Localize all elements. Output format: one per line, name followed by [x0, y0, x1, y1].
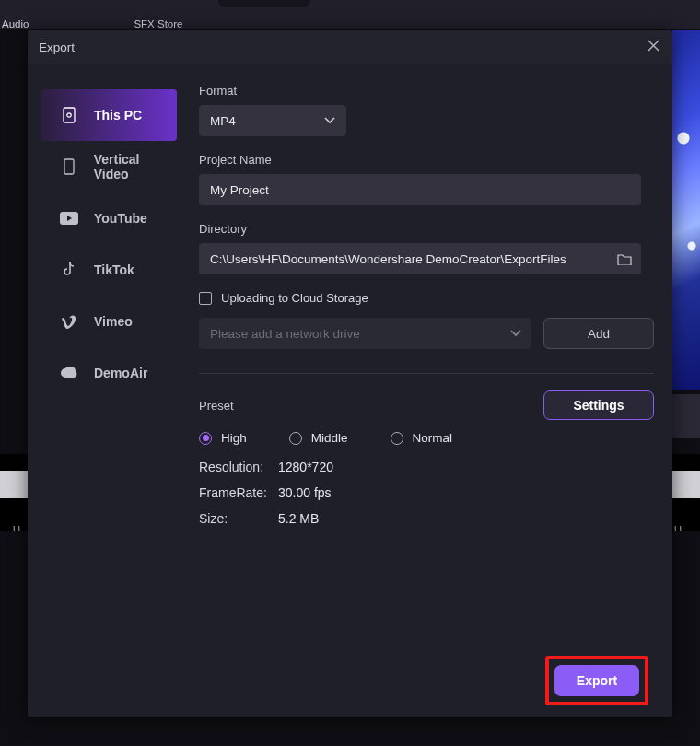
sidebar-item-label: Vertical Video — [94, 152, 177, 181]
vimeo-icon — [59, 314, 79, 329]
timeline-tick-left: ι ι — [13, 522, 20, 533]
project-name-input[interactable] — [210, 183, 632, 197]
output-meta: Resolution: 1280*720 FrameRate: 30.00 fp… — [199, 460, 654, 526]
chevron-down-icon — [510, 330, 521, 337]
radio-dot-icon — [391, 432, 403, 445]
format-select[interactable]: MP4 — [199, 105, 346, 136]
resolution-value: 1280*720 — [278, 460, 333, 474]
sidebar-item-demoair[interactable]: DemoAir — [41, 347, 177, 399]
timeline-tick-right: ι ι — [674, 522, 682, 533]
size-value: 5.2 MB — [278, 511, 319, 526]
preview-thumbnail-strip — [672, 30, 700, 390]
svg-rect-0 — [64, 108, 75, 122]
export-button-label: Export — [577, 673, 617, 688]
sidebar-item-this-pc[interactable]: This PC — [41, 89, 177, 141]
sidebar-item-label: This PC — [94, 108, 142, 122]
topbar-sfx-label[interactable]: SFX Store — [134, 18, 182, 29]
sidebar-item-label: YouTube — [94, 211, 147, 226]
export-dialog: Export This PC Vertical Video — [28, 30, 672, 717]
network-drive-select[interactable]: Please add a network drive — [199, 318, 531, 349]
add-button[interactable]: Add — [543, 318, 654, 349]
network-drive-placeholder: Please add a network drive — [210, 327, 360, 341]
preset-radio-label: Normal — [413, 431, 453, 445]
directory-input-wrap — [199, 243, 641, 274]
preset-radio-normal[interactable]: Normal — [391, 431, 453, 445]
cloud-upload-checkbox[interactable] — [199, 292, 212, 305]
format-label: Format — [199, 84, 654, 98]
phone-icon — [59, 158, 79, 175]
sidebar-item-tiktok[interactable]: TikTok — [41, 244, 177, 296]
dialog-footer: Export — [28, 644, 672, 717]
pc-icon — [59, 107, 79, 123]
svg-point-1 — [67, 113, 71, 117]
preset-label: Preset — [199, 399, 234, 413]
record-pill — [218, 0, 310, 7]
resolution-label: Resolution: — [199, 460, 278, 474]
add-button-label: Add — [588, 327, 610, 341]
framerate-label: FrameRate: — [199, 485, 278, 500]
export-form: Format MP4 Project Name Directory — [184, 64, 672, 717]
sidebar-item-vimeo[interactable]: Vimeo — [41, 296, 177, 347]
tiktok-icon — [59, 262, 79, 278]
radio-dot-icon — [289, 432, 302, 445]
radio-dot-icon — [199, 432, 212, 445]
format-value: MP4 — [210, 114, 236, 128]
project-name-label: Project Name — [199, 153, 654, 167]
folder-icon[interactable] — [617, 253, 632, 265]
preset-radio-high[interactable]: High — [199, 431, 247, 445]
chevron-down-icon — [324, 117, 335, 124]
preset-radio-label: Middle — [311, 431, 348, 445]
directory-input[interactable] — [210, 252, 610, 266]
dialog-title: Export — [39, 41, 75, 54]
settings-button-label: Settings — [573, 398, 624, 413]
project-name-input-wrap — [199, 174, 641, 205]
export-highlight-box: Export — [545, 656, 648, 705]
settings-button[interactable]: Settings — [543, 390, 654, 420]
cloud-upload-icon — [59, 367, 79, 379]
size-label: Size: — [199, 511, 278, 526]
app-topbar: Audio SFX Store — [0, 0, 700, 29]
sidebar-item-youtube[interactable]: YouTube — [41, 192, 177, 244]
separator — [199, 373, 654, 374]
svg-rect-2 — [64, 159, 74, 174]
topbar-audio-label[interactable]: Audio — [2, 18, 29, 29]
preview-panel-bg — [672, 394, 700, 438]
export-sidebar: This PC Vertical Video YouTube TikTok — [28, 64, 184, 717]
cloud-upload-label: Uploading to Cloud Storage — [221, 291, 368, 305]
sidebar-item-label: Vimeo — [94, 314, 133, 329]
youtube-icon — [59, 212, 79, 225]
preset-radio-middle[interactable]: Middle — [289, 431, 348, 445]
export-button[interactable]: Export — [554, 665, 639, 696]
close-icon[interactable] — [648, 39, 659, 55]
framerate-value: 30.00 fps — [278, 485, 332, 500]
preset-radio-label: High — [221, 431, 247, 445]
dialog-titlebar: Export — [28, 30, 672, 64]
sidebar-item-label: TikTok — [94, 262, 134, 277]
preset-radio-group: High Middle Normal — [199, 431, 654, 445]
sidebar-item-vertical-video[interactable]: Vertical Video — [41, 141, 177, 192]
sidebar-item-label: DemoAir — [94, 366, 147, 380]
directory-label: Directory — [199, 222, 654, 236]
